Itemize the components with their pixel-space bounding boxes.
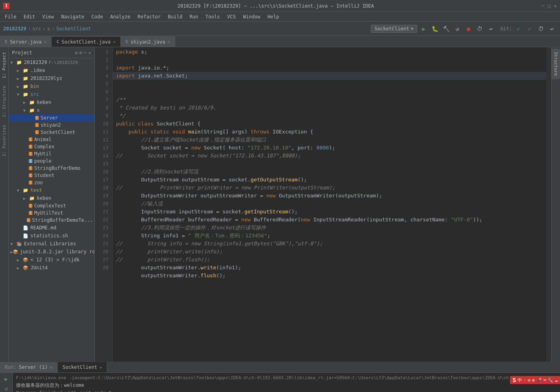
left-tab-structure[interactable]: 2: Structure: [0, 82, 8, 120]
stop-button[interactable]: ■: [464, 24, 473, 34]
tree-item-test[interactable]: ▼ 📁 test: [9, 186, 94, 194]
tree-item-src[interactable]: ▼ 📁 src: [9, 90, 94, 98]
breadcrumb-src[interactable]: src: [32, 26, 41, 32]
tree-item-junit-jar[interactable]: ▶ 📦 junit-3.8.2.jar library ro...: [9, 248, 94, 256]
tree-item-myutiltest[interactable]: C MyUtilTest: [9, 209, 94, 217]
tree-item-s[interactable]: ▼ 📁 s: [9, 106, 94, 114]
run-config-selector[interactable]: SocketClient ▼: [371, 25, 417, 33]
right-panel-tabs: Structure: [551, 47, 560, 362]
sidebar-gear-btn[interactable]: ⚙: [79, 50, 82, 56]
menu-code[interactable]: Code: [88, 13, 106, 20]
run-rerun-btn[interactable]: ↺: [2, 384, 11, 392]
tree-item-idea[interactable]: ▶ 📁 .idea: [9, 66, 94, 74]
tree-item-junit4[interactable]: ▶ 📦 JUnit4: [9, 264, 94, 272]
file-icon-statistics: 📄: [22, 233, 29, 239]
ime-voice[interactable]: 🎤: [536, 378, 542, 383]
tree-item-myutil[interactable]: C MyUtil: [9, 150, 94, 157]
git-revert-btn[interactable]: ↩: [547, 24, 557, 34]
tree-item-jdk[interactable]: ▶ 📦 < 12 (3) > F:\jdk: [9, 256, 94, 264]
tree-item-complextest[interactable]: C ComplexTest: [9, 202, 94, 209]
tree-item-zoo[interactable]: C zoo: [9, 179, 94, 186]
menu-analyze[interactable]: Analyze: [107, 13, 134, 20]
left-tab-favorites[interactable]: 2: Favorites: [0, 121, 8, 159]
menu-edit[interactable]: Edit: [20, 13, 38, 20]
tree-item-student[interactable]: C Student: [9, 172, 94, 179]
close-btn[interactable]: ✕: [554, 3, 557, 9]
git-clock-btn[interactable]: ⏱: [536, 24, 546, 34]
menu-file[interactable]: File: [2, 13, 20, 20]
build-button[interactable]: 🔨: [441, 24, 451, 34]
tab-icon-server: C: [5, 39, 8, 44]
ime-label[interactable]: 中: [518, 377, 522, 383]
menu-view[interactable]: View: [39, 13, 57, 20]
code-content[interactable]: package s; import java.io.*; import java…: [113, 47, 546, 362]
tree-item-stringbufferdemo[interactable]: C StringBufferDemo: [9, 165, 94, 172]
undo-button[interactable]: ↩: [486, 24, 496, 34]
tab-shiyan2-java[interactable]: C shiyan2.java ✕: [121, 36, 175, 47]
ime-tools[interactable]: 🔧: [548, 378, 553, 383]
reload-button[interactable]: ↺: [452, 24, 462, 34]
breadcrumb-class[interactable]: SocketClient: [56, 26, 91, 32]
tree-item-bin[interactable]: ▶ 📁 bin: [9, 82, 94, 90]
run-panel-tabs: Run: Server (1) ✕ SocketClient ✕: [0, 362, 560, 373]
ln-11: 11: [96, 128, 111, 136]
git-check2-btn[interactable]: ✓: [525, 24, 534, 34]
history-button[interactable]: ⏱: [475, 24, 484, 34]
tree-item-20182329lyz[interactable]: ▶ 📁 20182329lyz: [9, 74, 94, 82]
run-tab-socketclient[interactable]: SocketClient ✕: [58, 362, 107, 372]
minimize-btn[interactable]: ─: [542, 3, 544, 9]
run-tab-socketclient-close[interactable]: ✕: [100, 365, 102, 370]
tree-item-keben[interactable]: ▶ 📁 keben: [9, 98, 94, 106]
ime-keyboard[interactable]: ⌨: [544, 378, 546, 383]
run-tab-server-close[interactable]: ✕: [50, 365, 52, 370]
menu-refactor[interactable]: Refactor: [134, 13, 164, 20]
tree-item-readme[interactable]: 📄 README.md: [9, 224, 94, 232]
breadcrumb-project[interactable]: 20182329: [3, 26, 26, 32]
folder-icon-bin: 📁: [22, 83, 29, 90]
left-tab-project[interactable]: 1: Project: [0, 49, 8, 82]
tree-label-server: Server: [40, 115, 58, 121]
menu-tools[interactable]: Tools: [202, 13, 223, 20]
tree-item-root[interactable]: ▼ 📁 20182329 F:\20182329: [9, 58, 94, 66]
menu-build[interactable]: Build: [165, 13, 186, 20]
menu-run[interactable]: Run: [186, 13, 202, 20]
tab-close-shiyan2[interactable]: ✕: [168, 40, 170, 44]
ime-punct[interactable]: ⊙: [528, 378, 531, 383]
debug-button[interactable]: 🐛: [430, 24, 440, 34]
tree-item-animal[interactable]: C Animal: [9, 136, 94, 143]
tree-label-stringbufferdemo: StringBufferDemo: [34, 165, 80, 171]
menu-help[interactable]: Help: [264, 13, 282, 20]
ln-12: 12: [96, 136, 111, 144]
tab-socketclient-java[interactable]: C SocketClient.java ✕: [52, 36, 120, 47]
sidebar-close-btn[interactable]: ─: [84, 50, 87, 56]
class-icon-zoo: C: [29, 181, 32, 185]
jar-icon-junit: 📦: [13, 249, 18, 255]
ime-cloud[interactable]: ☁: [555, 378, 558, 383]
git-check-btn[interactable]: ✓: [514, 24, 523, 34]
right-tab-structure[interactable]: Structure: [552, 49, 560, 79]
tree-item-test-keben[interactable]: ▶ 📁 keben: [9, 194, 94, 202]
tree-item-statistics[interactable]: 📄 statistics.sh: [9, 232, 94, 240]
tab-close-socketclient[interactable]: ✕: [113, 40, 116, 44]
sidebar-sync-btn[interactable]: ⚙: [75, 50, 78, 56]
tree-label-s: s: [37, 107, 40, 113]
tree-item-complex[interactable]: C Complex: [9, 143, 94, 150]
sidebar-minimize-btn[interactable]: ✕: [88, 50, 91, 56]
tab-close-server[interactable]: ✕: [44, 40, 46, 44]
menu-window[interactable]: Window: [240, 13, 263, 20]
tree-item-people[interactable]: I people: [9, 157, 94, 165]
menu-vcs[interactable]: VCS: [224, 13, 239, 20]
tree-item-external-libs[interactable]: ▼ 📚 External Libraries: [9, 240, 94, 248]
menu-navigate[interactable]: Navigate: [58, 13, 88, 20]
run-tab-server[interactable]: Run: Server (1) ✕: [0, 362, 58, 372]
run-button[interactable]: ▶: [419, 24, 428, 34]
run-play-btn[interactable]: ▶: [2, 374, 11, 383]
maximize-btn[interactable]: □: [548, 3, 551, 9]
tree-item-socketclient[interactable]: C SocketClient: [9, 129, 94, 136]
tree-item-shiyan2[interactable]: C shiyan2: [9, 121, 94, 129]
breadcrumb-package[interactable]: s: [47, 26, 50, 32]
window-title: 20182329 [F:\20182329] – ...\src\s\Socke…: [13, 3, 538, 9]
tree-item-server[interactable]: C Server: [9, 114, 94, 121]
tab-server-java[interactable]: C Server.java ✕: [0, 36, 52, 47]
tree-item-stringbufferdemotest[interactable]: C StringBufferDemoTe...: [9, 217, 94, 224]
